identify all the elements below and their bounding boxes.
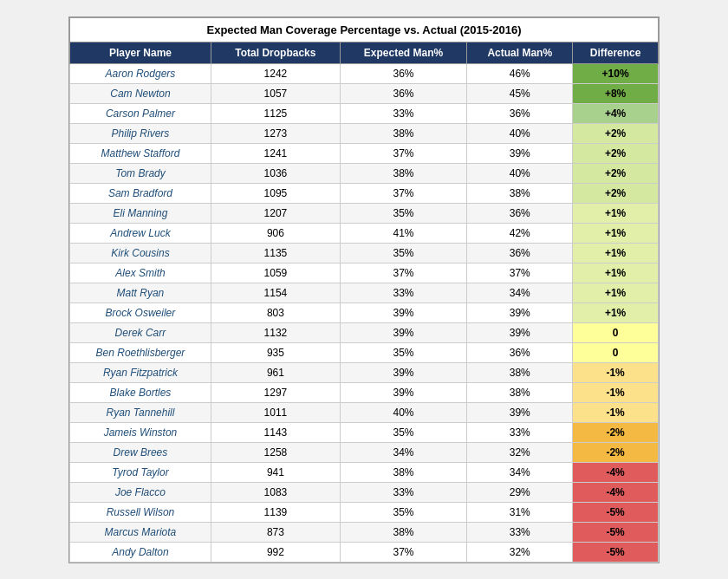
expected-value: 39% [340,322,466,342]
player-name: Matt Ryan [70,283,211,303]
table-row: Matt Ryan 1154 33% 34% +1% [70,283,659,303]
table-row: Russell Wilson 1139 35% 31% -5% [70,502,659,522]
expected-value: 38% [340,163,466,183]
dropbacks-value: 1132 [211,322,340,342]
player-name: Kirk Cousins [70,243,211,263]
actual-value: 29% [467,482,573,502]
expected-value: 39% [340,382,466,402]
dropbacks-value: 1083 [211,482,340,502]
table-row: Brock Osweiler 803 39% 39% +1% [70,303,659,322]
actual-value: 34% [467,283,573,303]
dropbacks-value: 1139 [211,502,340,522]
diff-value: -1% [573,362,659,382]
diff-value: -2% [573,442,659,462]
table-row: Tyrod Taylor 941 38% 34% -4% [70,462,659,482]
expected-value: 37% [340,542,466,562]
player-name: Jameis Winston [70,422,211,442]
player-name: Tyrod Taylor [70,462,211,482]
title-row: Expected Man Coverage Percentage vs. Act… [70,17,659,42]
expected-value: 38% [340,123,466,143]
actual-value: 32% [467,442,573,462]
col-header-actual: Actual Man% [467,42,573,63]
table-row: Kirk Cousins 1135 35% 36% +1% [70,243,659,263]
diff-value: +1% [573,303,659,322]
dropbacks-value: 1297 [211,382,340,402]
expected-value: 37% [340,183,466,203]
table-row: Blake Bortles 1297 39% 38% -1% [70,382,659,402]
actual-value: 40% [467,163,573,183]
player-name: Brock Osweiler [70,303,211,322]
diff-value: -5% [573,542,659,562]
actual-value: 33% [467,422,573,442]
table-row: Carson Palmer 1125 33% 36% +4% [70,103,659,123]
actual-value: 39% [467,143,573,163]
diff-value: +10% [573,63,659,83]
table-body: Aaron Rodgers 1242 36% 46% +10% Cam Newt… [70,63,659,562]
player-name: Marcus Mariota [70,522,211,542]
expected-value: 33% [340,103,466,123]
table-row: Eli Manning 1207 35% 36% +1% [70,203,659,223]
table-row: Andrew Luck 906 41% 42% +1% [70,223,659,243]
dropbacks-value: 1154 [211,283,340,303]
expected-value: 33% [340,482,466,502]
actual-value: 45% [467,83,573,103]
dropbacks-value: 1143 [211,422,340,442]
diff-value: +2% [573,123,659,143]
player-name: Philip Rivers [70,123,211,143]
actual-value: 32% [467,542,573,562]
dropbacks-value: 1057 [211,83,340,103]
dropbacks-value: 803 [211,303,340,322]
actual-value: 36% [467,103,573,123]
table-row: Alex Smith 1059 37% 37% +1% [70,263,659,283]
dropbacks-value: 1273 [211,123,340,143]
table-row: Drew Brees 1258 34% 32% -2% [70,442,659,462]
player-name: Tom Brady [70,163,211,183]
table-row: Philip Rivers 1273 38% 40% +2% [70,123,659,143]
player-name: Sam Bradford [70,183,211,203]
main-table: Expected Man Coverage Percentage vs. Act… [69,17,659,563]
player-name: Andy Dalton [70,542,211,562]
diff-value: +1% [573,263,659,283]
expected-value: 36% [340,83,466,103]
diff-value: +2% [573,143,659,163]
actual-value: 33% [467,522,573,542]
table-row: Joe Flacco 1083 33% 29% -4% [70,482,659,502]
dropbacks-value: 1258 [211,442,340,462]
player-name: Derek Carr [70,322,211,342]
expected-value: 35% [340,203,466,223]
player-name: Alex Smith [70,263,211,283]
dropbacks-value: 1242 [211,63,340,83]
table-row: Tom Brady 1036 38% 40% +2% [70,163,659,183]
table-row: Ryan Fitzpatrick 961 39% 38% -1% [70,362,659,382]
col-header-diff: Difference [573,42,659,63]
actual-value: 42% [467,223,573,243]
player-name: Drew Brees [70,442,211,462]
table-container: Expected Man Coverage Percentage vs. Act… [68,16,660,563]
diff-value: +1% [573,203,659,223]
actual-value: 37% [467,263,573,283]
table-row: Ben Roethlisberger 935 35% 36% 0 [70,342,659,362]
actual-value: 39% [467,303,573,322]
diff-value: +1% [573,243,659,263]
expected-value: 38% [340,462,466,482]
player-name: Matthew Stafford [70,143,211,163]
expected-value: 40% [340,402,466,422]
dropbacks-value: 1125 [211,103,340,123]
player-name: Cam Newton [70,83,211,103]
expected-value: 35% [340,422,466,442]
player-name: Andrew Luck [70,223,211,243]
diff-value: 0 [573,342,659,362]
expected-value: 39% [340,303,466,322]
player-name: Eli Manning [70,203,211,223]
diff-value: +8% [573,83,659,103]
player-name: Carson Palmer [70,103,211,123]
expected-value: 34% [340,442,466,462]
diff-value: -5% [573,502,659,522]
actual-value: 39% [467,402,573,422]
dropbacks-value: 1207 [211,203,340,223]
dropbacks-value: 906 [211,223,340,243]
player-name: Blake Bortles [70,382,211,402]
diff-value: -5% [573,522,659,542]
player-name: Joe Flacco [70,482,211,502]
table-row: Jameis Winston 1143 35% 33% -2% [70,422,659,442]
